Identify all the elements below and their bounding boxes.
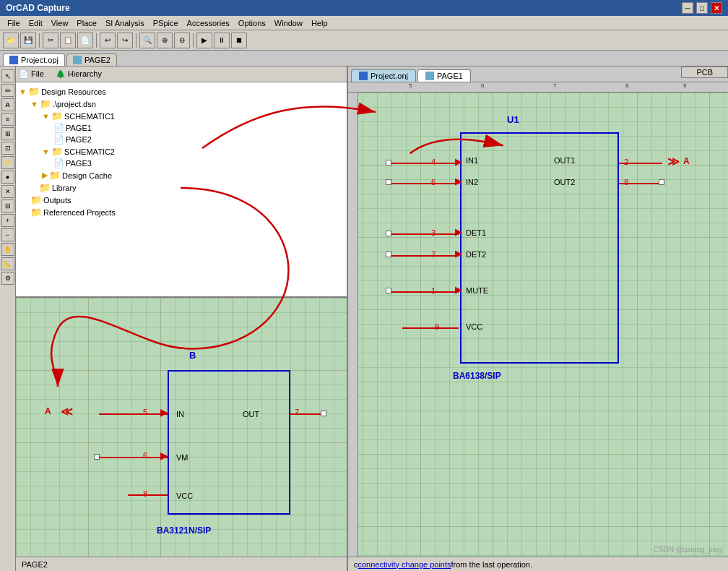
pin-out2: OUT2	[554, 178, 575, 186]
wire-3	[391, 233, 459, 235]
arrow-1: ▶	[455, 284, 462, 295]
wire-9	[402, 327, 459, 329]
pin-6-num: 6	[143, 451, 147, 460]
page2-window-tab[interactable]: PAGE2	[66, 53, 117, 66]
toolbar-btn-2[interactable]: 💾	[20, 33, 36, 48]
toolbar-btn-8[interactable]: 🔍	[139, 33, 155, 48]
tool-bus[interactable]: ≡	[1, 113, 14, 126]
panel-file-btn[interactable]: 📄 File	[19, 69, 44, 79]
tree-referenced-projects[interactable]: 📁 Referenced Projects	[19, 206, 344, 218]
arrow-4: ▶	[455, 156, 462, 167]
tool-zoom-in[interactable]: +	[1, 214, 14, 227]
menu-window[interactable]: Window	[270, 17, 307, 29]
tree-library[interactable]: 📁 Library	[19, 181, 344, 194]
tool-junction[interactable]: ●	[1, 171, 14, 184]
toolbar-btn-6[interactable]: ↩	[100, 33, 116, 48]
tree-dsn[interactable]: ▼ 📁 .\project.dsn	[19, 98, 344, 110]
sq-6	[386, 179, 391, 185]
menu-pspice[interactable]: PSpice	[149, 17, 183, 29]
toolbar-btn-11[interactable]: ▶	[196, 33, 212, 48]
net-a-label-right: A	[683, 156, 690, 166]
project-tab-icon	[9, 56, 18, 64]
component-u1-box	[460, 132, 619, 364]
menu-view[interactable]: View	[47, 17, 73, 29]
pnum-8-out: 8	[624, 178, 628, 186]
tool-component[interactable]: ⊞	[1, 127, 14, 140]
tool-wire[interactable]: ✏	[1, 84, 14, 97]
pcb-label: PCB	[681, 66, 728, 78]
pin-7-square	[321, 411, 326, 416]
menu-file[interactable]: File	[3, 17, 25, 29]
menu-si[interactable]: SI Analysis	[101, 17, 149, 29]
ruler-v	[348, 93, 358, 571]
net-a-label-left: A	[45, 406, 51, 416]
pin-det1: DET1	[466, 228, 486, 237]
pin-6-line	[99, 457, 168, 458]
tool-measure[interactable]: 📐	[1, 257, 14, 270]
pin-8-num: 8	[143, 489, 147, 498]
tool-hand[interactable]: ✋	[1, 243, 14, 256]
pin-6-square	[94, 454, 100, 460]
arrow-6: ▶	[455, 176, 462, 186]
toolbar-btn-3[interactable]: ✂	[43, 33, 58, 48]
comp-b-partname: BA3121N/SIP	[157, 525, 211, 536]
toolbar-btn-1[interactable]: 📁	[3, 33, 19, 48]
tree-page1[interactable]: 📄 PAGE1	[19, 122, 344, 134]
pin-5-arrow: ▶	[160, 406, 168, 418]
wire-7	[391, 255, 459, 257]
project-opj-tab[interactable]: Project.opj	[3, 53, 65, 66]
menu-edit[interactable]: Edit	[25, 17, 47, 29]
tool-text[interactable]: A	[1, 98, 14, 111]
pin-in2: IN2	[466, 178, 478, 186]
pnum-1: 1	[431, 286, 436, 295]
pnum-7-det: 7	[431, 250, 436, 259]
pnum-9: 9	[435, 322, 439, 331]
status-bar: cconnectivity change points from the las…	[348, 557, 728, 571]
menu-place[interactable]: Place	[72, 17, 101, 29]
pnum-3: 3	[431, 228, 436, 237]
u1-refdes: U1	[507, 114, 519, 125]
watermark: CSDN @uxiang_blog	[654, 546, 722, 554]
tool-pointer[interactable]: ↖	[1, 69, 14, 82]
pin-vcc-u1: VCC	[466, 322, 482, 331]
pin-6-arrow: ▶	[160, 450, 168, 461]
tool-noconnect[interactable]: ✕	[1, 185, 14, 198]
ruler-h-marks: 5 6 7 8 9	[358, 82, 728, 93]
toolbar-btn-4[interactable]: 📋	[60, 33, 76, 48]
tool-net[interactable]: ⊡	[1, 142, 14, 155]
minimize-btn[interactable]: ─	[682, 2, 693, 14]
pnum-2: 2	[624, 158, 628, 166]
toolbar-btn-13[interactable]: ⏹	[231, 33, 247, 48]
tree-page3[interactable]: 📄 PAGE3	[19, 158, 344, 169]
menu-help[interactable]: Help	[307, 17, 332, 29]
toolbar-btn-9[interactable]: ⊕	[157, 33, 173, 48]
close-btn[interactable]: ✕	[711, 2, 722, 14]
toolbar-sep-4	[193, 33, 194, 48]
page1-sch-tab[interactable]: PAGE1	[417, 69, 471, 82]
pnum-4: 4	[431, 158, 436, 166]
project-onj-tab[interactable]: Project.onj	[351, 69, 416, 82]
tree-design-cache[interactable]: ▶ 📁 Design Cache	[19, 169, 344, 181]
u1-partname: BA6138/SIP	[453, 371, 501, 381]
menu-options[interactable]: Options	[234, 17, 270, 29]
tool-label[interactable]: ⊟	[1, 199, 14, 212]
tree-page2[interactable]: 📄 PAGE2	[19, 134, 344, 145]
toolbar-btn-12[interactable]: ⏸	[214, 33, 230, 48]
tool-zoom-out[interactable]: −	[1, 228, 14, 241]
arrow-7: ▶	[455, 248, 462, 259]
page2-bottom-tab[interactable]: PAGE2	[16, 557, 347, 571]
status-link[interactable]: connectivity change points	[358, 560, 451, 569]
maximize-btn[interactable]: □	[696, 2, 708, 14]
tree-schematic2[interactable]: ▼ 📁 SCHEMATIC2	[19, 145, 344, 158]
menu-accessories[interactable]: Accessories	[183, 17, 234, 29]
tree-schematic1[interactable]: ▼ 📁 SCHEMATIC1	[19, 110, 344, 122]
toolbar-btn-7[interactable]: ↪	[117, 33, 133, 48]
tool-power[interactable]: ⚡	[1, 156, 14, 169]
page2-tab-icon	[73, 56, 82, 64]
panel-hierarchy-btn[interactable]: 🌲 Hierarchy	[56, 69, 102, 79]
tree-outputs[interactable]: 📁 Outputs	[19, 194, 344, 206]
tool-drc[interactable]: ⚙	[1, 272, 14, 285]
toolbar-btn-5[interactable]: 📄	[77, 33, 93, 48]
sq-out2	[659, 179, 664, 185]
toolbar-btn-10[interactable]: ⊖	[174, 33, 190, 48]
